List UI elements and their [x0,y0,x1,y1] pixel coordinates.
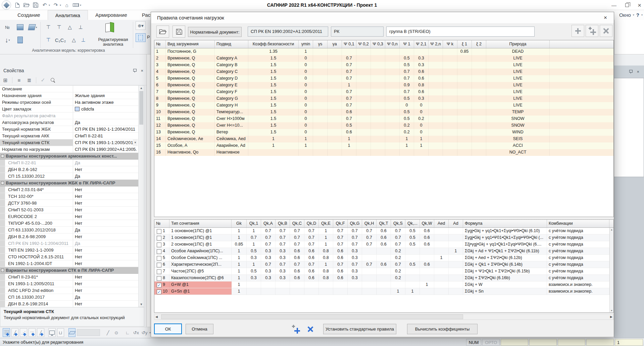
cell[interactable]: TEMP [486,109,550,116]
cell[interactable] [443,136,457,142]
cell[interactable] [304,282,319,288]
cell[interactable]: 1.5 [248,75,299,82]
cell[interactable] [333,288,348,295]
cell[interactable]: 0.6 [304,268,319,274]
cancel-button[interactable]: Отмена [186,324,213,334]
cell[interactable] [319,288,333,295]
save-icon[interactable] [32,2,39,8]
properties-scrollbar[interactable]: ▲ ▼ [138,85,144,307]
cell[interactable] [472,55,486,62]
cell[interactable]: 0.7 [362,241,377,248]
cell[interactable] [313,102,328,109]
cell[interactable]: 0.6 [304,255,319,261]
list-view-icon[interactable]: ≡ [16,77,22,84]
cell[interactable] [472,75,486,82]
cell[interactable]: 1 [299,142,313,149]
cell[interactable]: 0.2 [400,122,414,129]
cell[interactable]: 1 [414,142,429,149]
orto-indicator[interactable]: ОРТО [482,339,500,346]
cell[interactable] [371,136,385,142]
property-row[interactable]: AISC LRFD 2nd editionНет [0,287,138,294]
row-checkbox[interactable]: ✓ [157,290,161,294]
column-bottom-icon[interactable]: ⊥ [75,22,86,33]
cell[interactable]: 1 [434,255,449,261]
cell[interactable]: Снег H<=10... [215,122,248,129]
cell[interactable] [371,116,385,122]
minimize-button[interactable]: — [611,3,616,8]
scroll-up-icon[interactable]: ▲ [610,228,613,231]
cell[interactable]: 4 [154,248,169,254]
apply-check-icon[interactable]: ✓ [40,77,46,84]
column-header[interactable]: Qk,T [377,220,391,227]
cell[interactable] [313,82,328,89]
cell[interactable] [429,75,443,82]
cell[interactable]: с учётом подвида [547,228,609,234]
cell[interactable]: Ветер [215,129,248,136]
cell[interactable] [429,69,443,75]
cell[interactable]: Сейсмика, Aed [215,136,248,142]
cell[interactable]: 0.2 [400,129,414,136]
cell[interactable]: 0.7 [247,234,261,241]
close-button[interactable]: × [638,2,641,8]
cell[interactable]: 5 [154,255,169,261]
cell[interactable]: 0.2 [391,248,405,254]
cell[interactable] [356,109,371,116]
cell[interactable]: с учётом подвида [547,234,609,241]
cell[interactable] [371,142,385,149]
cell[interactable]: Category D [215,75,248,82]
cell[interactable] [457,149,472,156]
cell[interactable] [328,122,342,129]
cell[interactable]: Постоянное, G [166,48,215,55]
cell[interactable]: LIVE [486,95,550,102]
cell[interactable] [342,149,356,156]
cell[interactable]: 0.6 [290,255,304,261]
cell[interactable] [328,89,342,95]
cell[interactable] [328,62,342,69]
cell[interactable]: 1 [247,261,261,268]
cell[interactable]: LIVE [486,55,550,62]
cell[interactable]: 0.6 [414,89,429,95]
cell[interactable] [420,255,434,261]
cell[interactable] [443,82,457,89]
cell[interactable] [348,282,362,288]
cell[interactable] [385,55,400,62]
cell[interactable] [313,109,328,116]
editable-analytics-cube-icon[interactable] [105,21,116,33]
cell[interactable] [377,255,391,261]
load-down-icon[interactable]: ↓▾ [2,35,13,45]
property-row[interactable]: ТСН 102-00*Нет [0,193,138,200]
editable-analytics-label[interactable]: Редактируемая аналитика [91,37,135,47]
cell[interactable]: 0.5 [405,234,420,241]
scrollbar-thumb[interactable] [161,314,463,319]
collapse-icon[interactable]: − [1,181,4,184]
dialog-close-icon[interactable]: × [602,14,609,21]
cell[interactable] [457,62,472,69]
cell[interactable]: 1 [248,136,299,142]
cell[interactable]: 0.6 [377,261,391,268]
cell[interactable] [362,248,377,254]
cell[interactable]: ΣGkj + ΣΨ2i•Qki (6.16b) [463,275,547,281]
cell[interactable] [328,55,342,62]
cell[interactable]: Особое, A [166,142,215,149]
cell[interactable] [356,48,371,55]
property-row[interactable]: СНиП II-23-81*Нет [0,274,138,280]
cell[interactable] [405,255,420,261]
cell[interactable] [261,282,276,288]
cell[interactable] [248,149,299,156]
property-value[interactable]: Нет [73,186,138,193]
cell[interactable] [356,149,371,156]
cell[interactable] [371,149,385,156]
cell[interactable]: 0.3 [348,275,362,281]
cell[interactable] [443,149,457,156]
cell[interactable]: 0.7 [276,261,290,268]
scroll-down-icon[interactable]: ▼ [610,309,613,312]
cell[interactable] [328,136,342,142]
cell[interactable]: 0.6 [420,234,434,241]
save-rules-button[interactable] [172,26,185,38]
cell[interactable] [328,69,342,75]
cell[interactable]: 0.2 [414,116,429,122]
cell[interactable] [449,282,463,288]
cell[interactable]: 0.6 [377,234,391,241]
property-row[interactable]: СП 15.13330.2012Да [0,173,138,180]
search-icon[interactable] [50,77,56,84]
